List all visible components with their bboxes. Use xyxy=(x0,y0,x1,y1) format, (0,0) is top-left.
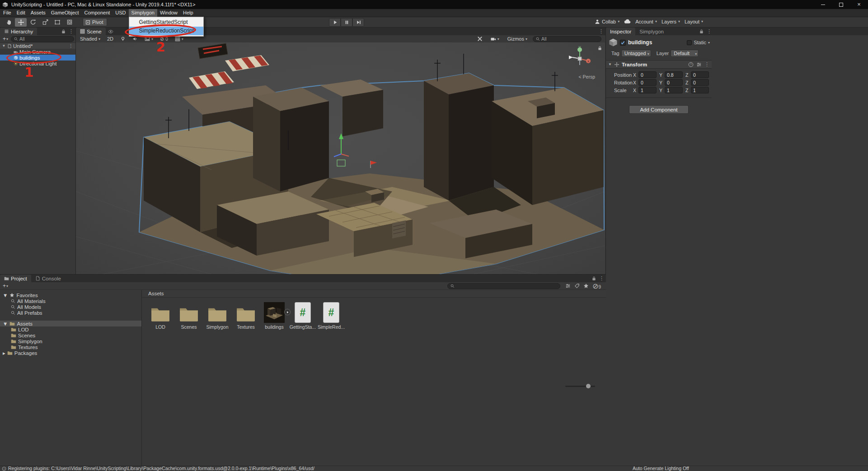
position-z-field[interactable]: 0 xyxy=(691,71,709,78)
kebab-menu-icon[interactable]: ⋮ xyxy=(69,28,74,34)
asset-labels-icon[interactable] xyxy=(574,283,580,289)
asset-lod[interactable]: LOD xyxy=(147,301,174,330)
favorite-all-materials[interactable]: All Materials xyxy=(0,298,141,304)
add-component-button[interactable]: Add Component xyxy=(629,105,689,114)
menu-simplygon[interactable]: Simplygon GettingStartedScript SimpleRed… xyxy=(129,9,157,17)
kebab-menu-icon[interactable]: ⋮ xyxy=(599,275,604,281)
asset-textures[interactable]: Textures xyxy=(233,301,259,330)
foldout-arrow-icon[interactable]: ▼ xyxy=(3,321,8,326)
kebab-menu-icon[interactable]: ⋮ xyxy=(69,43,73,48)
asset-simplygon[interactable]: Simplygon xyxy=(204,301,230,330)
project-search-input[interactable] xyxy=(447,283,560,289)
projection-label[interactable]: < Persp xyxy=(579,74,595,79)
favorites-row[interactable]: ▼ Favorites xyxy=(0,292,141,298)
rotation-x-field[interactable]: 0 xyxy=(638,79,657,86)
folder-packages[interactable]: ▸ Packages xyxy=(0,350,141,356)
search-filter-icon[interactable] xyxy=(565,283,571,289)
scene-camera-preview-toggle[interactable] xyxy=(106,28,116,35)
menu-window[interactable]: Window xyxy=(157,9,180,17)
hierarchy-item-main-camera[interactable]: Main Camera xyxy=(0,49,75,55)
scale-tool-button[interactable] xyxy=(39,18,51,27)
help-icon[interactable] xyxy=(688,62,694,67)
menu-edit[interactable]: Edit xyxy=(14,9,28,17)
hidden-objects-icon[interactable]: ⊘9 xyxy=(592,282,601,290)
folder-textures[interactable]: Textures xyxy=(0,344,141,350)
scale-y-field[interactable]: 1 xyxy=(665,87,683,93)
foldout-arrow-icon[interactable]: ▸ xyxy=(3,350,5,356)
step-button[interactable] xyxy=(352,18,364,27)
shading-mode-dropdown[interactable]: Shaded ▾ xyxy=(77,35,103,42)
maximize-button[interactable] xyxy=(832,0,850,9)
tab-console[interactable]: Console xyxy=(31,275,65,282)
scene-search-input[interactable]: All xyxy=(533,36,601,42)
hierarchy-item-buildings[interactable]: buildings 1 xyxy=(0,55,75,61)
asset-simple-reduction-script[interactable]: # SimpleRed... xyxy=(318,301,344,330)
auto-generate-lighting-status[interactable]: Auto Generate Lighting Off xyxy=(633,466,689,471)
presets-icon[interactable] xyxy=(696,62,702,67)
folder-assets[interactable]: ▼ Assets xyxy=(0,321,141,326)
create-object-button[interactable]: +▾ xyxy=(1,36,9,42)
status-message[interactable]: Registering plugins: C:\Users\Vidar Rinn… xyxy=(8,466,314,471)
component-tools-button[interactable] xyxy=(474,35,485,42)
gizmos-dropdown[interactable]: Gizmos ▾ xyxy=(505,35,530,42)
hierarchy-scene-row[interactable]: ▼ Untitled* ⋮ xyxy=(0,43,75,49)
tab-hierarchy[interactable]: Hierarchy xyxy=(0,28,37,35)
static-toggle[interactable]: Static ▾ xyxy=(687,40,710,45)
layers-dropdown[interactable]: Layers▾ xyxy=(662,19,680,24)
kebab-menu-icon[interactable]: ⋮ xyxy=(707,28,712,34)
layer-dropdown[interactable]: Default ▾ xyxy=(671,50,699,57)
transform-component-header[interactable]: ▼ Transform ⋮ xyxy=(606,60,712,69)
tab-project[interactable]: Project xyxy=(0,275,31,282)
minimize-button[interactable] xyxy=(814,0,832,9)
hand-tool-button[interactable] xyxy=(3,18,14,27)
move-tool-button[interactable] xyxy=(15,18,27,27)
rotate-tool-button[interactable] xyxy=(27,18,39,27)
layout-dropdown[interactable]: Layout▾ xyxy=(685,19,703,24)
asset-buildings-prefab[interactable]: buildings xyxy=(261,301,287,330)
transform-tool-button[interactable] xyxy=(64,18,75,27)
menu-item-getting-started-script[interactable]: GettingStartedScript xyxy=(129,18,203,27)
hierarchy-item-directional-light[interactable]: Directional Light xyxy=(0,61,75,66)
favorite-all-prefabs[interactable]: All Prefabs xyxy=(0,310,141,316)
pause-button[interactable] xyxy=(341,18,352,27)
menu-gameobject[interactable]: GameObject xyxy=(48,9,82,17)
thumbnail-size-slider[interactable] xyxy=(565,386,595,387)
2d-toggle[interactable]: 2D xyxy=(104,35,116,42)
lighting-toggle[interactable] xyxy=(117,35,128,42)
lock-icon[interactable] xyxy=(591,276,596,281)
foldout-arrow-icon[interactable]: ▼ xyxy=(2,44,6,48)
kebab-menu-icon[interactable]: ⋮ xyxy=(704,61,709,67)
viewport-lock-icon[interactable] xyxy=(597,46,602,51)
account-dropdown[interactable]: Account▾ xyxy=(635,19,657,24)
lock-icon[interactable] xyxy=(699,29,704,34)
foldout-arrow-icon[interactable]: ▼ xyxy=(608,62,612,66)
folder-lod[interactable]: LOD xyxy=(0,326,141,332)
menu-file[interactable]: File xyxy=(0,9,14,17)
collab-button[interactable]: Collab▾ xyxy=(595,19,619,24)
position-y-field[interactable]: 0.8 xyxy=(665,71,683,78)
asset-getting-started-script[interactable]: # GettingSta... xyxy=(290,301,316,330)
asset-scenes[interactable]: Scenes xyxy=(176,301,202,330)
cloud-button[interactable] xyxy=(624,18,631,25)
tab-scene[interactable]: Scene xyxy=(76,28,106,35)
close-button[interactable]: × xyxy=(850,0,868,9)
hierarchy-search-input[interactable]: All xyxy=(11,36,74,42)
favorites-star-icon[interactable] xyxy=(583,283,589,289)
scale-x-field[interactable]: 1 xyxy=(638,87,657,93)
menu-help[interactable]: Help xyxy=(180,9,196,17)
scene-orientation-gizmo[interactable]: y x xyxy=(567,45,592,70)
tab-simplygon[interactable]: Simplygon xyxy=(635,28,668,35)
scale-z-field[interactable]: 1 xyxy=(691,87,709,93)
play-button[interactable] xyxy=(329,18,341,27)
active-checkbox[interactable] xyxy=(620,40,626,46)
static-checkbox[interactable] xyxy=(687,40,692,45)
folder-scenes[interactable]: Scenes xyxy=(0,332,141,338)
menu-item-simple-reduction-script[interactable]: SimpleReductionScript 2 xyxy=(129,27,203,35)
camera-settings-dropdown[interactable]: ▾ xyxy=(488,35,502,42)
kebab-menu-icon[interactable]: ⋮ xyxy=(599,28,604,34)
menu-assets[interactable]: Assets xyxy=(28,9,48,17)
create-asset-button[interactable]: +▾ xyxy=(1,283,9,289)
scene-viewport[interactable]: y x < Persp xyxy=(76,42,605,274)
foldout-arrow-icon[interactable]: ▼ xyxy=(3,293,8,298)
object-name-field[interactable]: buildings xyxy=(628,39,652,46)
